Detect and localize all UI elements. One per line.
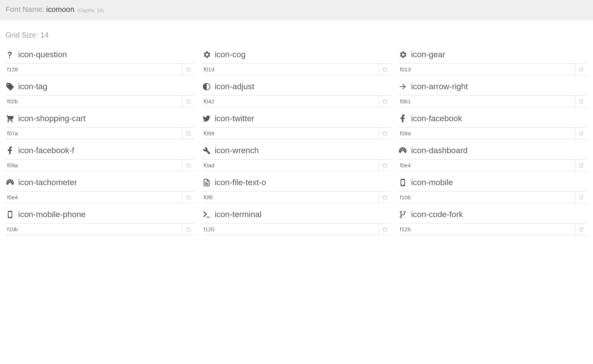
glyph-code-input[interactable]: [202, 159, 379, 171]
adjust-icon: [202, 82, 215, 91]
glyph-name-label: icon-wrench: [215, 146, 259, 155]
glyph-grid: icon-question icon-cog icon-gear: [0, 43, 593, 250]
glyph-code-input[interactable]: [202, 127, 379, 139]
glyph-item: icon-dashboard: [395, 139, 591, 171]
glyph-name-label: icon-question: [18, 50, 67, 59]
glyph-name-label: icon-gear: [411, 50, 445, 59]
glyph-name-label: icon-mobile-phone: [18, 210, 86, 219]
header-bar: Font Name: icomoon (Glyphs: 16): [0, 0, 593, 20]
glyph-name-label: icon-terminal: [215, 210, 262, 219]
font-name-label: Font Name:: [6, 5, 44, 13]
glyph-code-input[interactable]: [6, 191, 182, 203]
glyph-liga-input[interactable]: [575, 159, 587, 171]
glyph-code-input[interactable]: [202, 191, 379, 203]
glyph-item: icon-facebook-f: [2, 139, 198, 171]
glyph-item: icon-wrench: [198, 139, 395, 171]
glyph-name-label: icon-code-fork: [411, 210, 463, 219]
arrow-right-icon: [398, 82, 411, 91]
file-text-icon: [202, 178, 215, 187]
mobile-icon: [6, 210, 18, 219]
glyph-item: icon-mobile: [395, 171, 591, 203]
glyph-item: icon-arrow-right: [395, 75, 591, 107]
glyph-name-label: icon-twitter: [215, 114, 254, 123]
glyph-name-label: icon-shopping-cart: [18, 114, 86, 123]
grid-size-label: Grid Size: 14: [0, 20, 593, 43]
glyph-code-input[interactable]: [398, 159, 575, 171]
glyph-liga-input[interactable]: [378, 63, 391, 75]
glyph-item: icon-code-fork: [395, 203, 591, 235]
glyph-code-input[interactable]: [398, 223, 575, 235]
glyph-item: icon-twitter: [198, 107, 395, 139]
glyph-liga-input[interactable]: [575, 223, 587, 235]
glyph-name-label: icon-mobile: [411, 178, 453, 187]
glyph-code-input[interactable]: [6, 95, 182, 107]
glyph-name-label: icon-cog: [215, 50, 246, 59]
glyph-name-label: icon-adjust: [215, 82, 254, 91]
glyph-item: icon-gear: [395, 43, 591, 75]
wrench-icon: [202, 146, 215, 155]
glyph-name-label: icon-tachometer: [18, 178, 77, 187]
glyph-code-input[interactable]: [202, 95, 379, 107]
glyph-liga-input[interactable]: [378, 191, 391, 203]
glyph-item: icon-terminal: [198, 203, 395, 235]
glyph-item: icon-tag: [2, 75, 198, 107]
glyph-item: icon-mobile-phone: [2, 203, 198, 235]
question-icon: [6, 50, 18, 59]
twitter-icon: [202, 114, 215, 123]
glyph-code-input[interactable]: [398, 95, 575, 107]
glyph-liga-input[interactable]: [182, 159, 195, 171]
glyph-item: icon-facebook: [395, 107, 591, 139]
cart-icon: [6, 114, 18, 123]
glyph-liga-input[interactable]: [182, 63, 195, 75]
glyph-code-input[interactable]: [6, 63, 182, 75]
font-name-value: icomoon: [46, 5, 74, 13]
glyph-liga-input[interactable]: [575, 63, 587, 75]
code-fork-icon: [398, 210, 411, 219]
glyph-item: icon-shopping-cart: [2, 107, 198, 139]
glyph-code-input[interactable]: [6, 159, 182, 171]
glyph-code-input[interactable]: [6, 223, 182, 235]
dashboard-icon: [398, 146, 411, 155]
glyph-name-label: icon-facebook-f: [18, 146, 74, 155]
glyph-code-input[interactable]: [202, 223, 379, 235]
terminal-icon: [202, 210, 215, 219]
dashboard-icon: [6, 178, 18, 187]
glyph-item: icon-tachometer: [2, 171, 198, 203]
glyph-code-input[interactable]: [398, 191, 575, 203]
glyph-liga-input[interactable]: [378, 159, 391, 171]
facebook-icon: [398, 114, 411, 123]
mobile-icon: [398, 178, 411, 187]
glyph-code-input[interactable]: [6, 127, 182, 139]
glyph-name-label: icon-file-text-o: [215, 178, 266, 187]
glyph-liga-input[interactable]: [182, 95, 195, 107]
glyph-name-label: icon-facebook: [411, 114, 462, 123]
glyph-liga-input[interactable]: [182, 127, 195, 139]
glyph-item: icon-cog: [198, 43, 395, 75]
tag-icon: [6, 82, 18, 91]
cog-icon: [398, 50, 411, 59]
glyph-liga-input[interactable]: [182, 223, 195, 235]
glyph-item: icon-question: [2, 43, 198, 75]
glyph-item: icon-adjust: [198, 75, 395, 107]
glyph-liga-input[interactable]: [575, 95, 587, 107]
facebook-icon: [6, 146, 18, 155]
glyph-liga-input[interactable]: [378, 127, 391, 139]
glyph-code-input[interactable]: [202, 63, 379, 75]
glyph-name-label: icon-tag: [18, 82, 47, 91]
glyph-liga-input[interactable]: [575, 127, 587, 139]
glyph-liga-input[interactable]: [378, 95, 391, 107]
glyph-liga-input[interactable]: [575, 191, 587, 203]
glyph-name-label: icon-arrow-right: [411, 82, 468, 91]
glyph-liga-input[interactable]: [182, 191, 195, 203]
glyph-code-input[interactable]: [398, 127, 575, 139]
glyph-name-label: icon-dashboard: [411, 146, 468, 155]
cog-icon: [202, 50, 215, 59]
glyph-item: icon-file-text-o: [198, 171, 395, 203]
glyph-liga-input[interactable]: [378, 223, 391, 235]
glyph-code-input[interactable]: [398, 63, 575, 75]
glyph-count: (Glyphs: 16): [77, 7, 104, 13]
